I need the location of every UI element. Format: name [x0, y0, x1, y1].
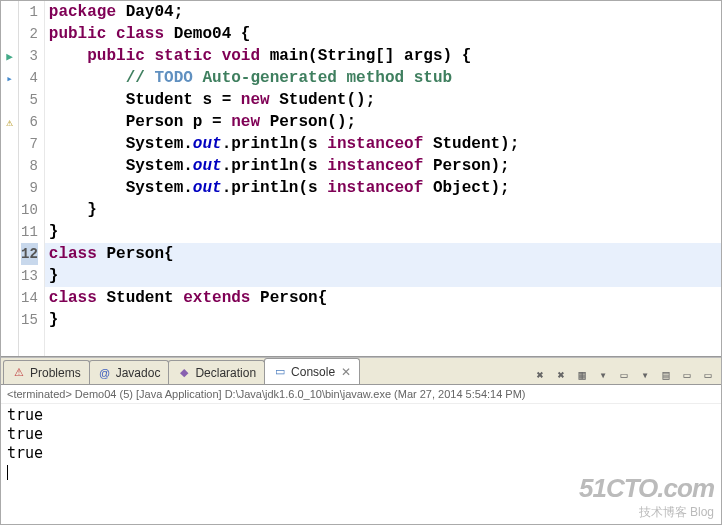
line-number: 3: [21, 45, 38, 67]
gutter-marker: [1, 89, 18, 111]
code-editor[interactable]: ▶▸⚠ 123456789101112131415 package Day04;…: [1, 1, 721, 357]
console-status-line: <terminated> Demo04 (5) [Java Applicatio…: [1, 385, 721, 404]
console-toolbar: ✖✖▦▾▭▾▤▭▭: [531, 366, 721, 384]
line-number: 12: [21, 243, 38, 265]
tab-label: Console: [291, 365, 335, 379]
code-line[interactable]: // TODO Auto-generated method stub: [45, 67, 721, 89]
code-line[interactable]: }: [45, 199, 721, 221]
line-number: 13: [21, 265, 38, 287]
views-tabbar: ⚠Problems@Javadoc◆Declaration▭Console✕✖✖…: [1, 357, 721, 385]
tab-declaration[interactable]: ◆Declaration: [168, 360, 265, 384]
gutter-marker: [1, 133, 18, 155]
gutter-marker: [1, 199, 18, 221]
toolbar-button-0[interactable]: ✖: [531, 366, 549, 384]
line-number: 2: [21, 23, 38, 45]
gutter-marker: [1, 177, 18, 199]
toolbar-button-7[interactable]: ▭: [678, 366, 696, 384]
line-number: 5: [21, 89, 38, 111]
gutter-marker: [1, 1, 18, 23]
console-cursor-line: [7, 463, 715, 482]
code-line[interactable]: System.out.println(s instanceof Person);: [45, 155, 721, 177]
code-line[interactable]: package Day04;: [45, 1, 721, 23]
line-number: 7: [21, 133, 38, 155]
problems-icon: ⚠: [12, 366, 26, 380]
line-number-column: 123456789101112131415: [19, 1, 45, 356]
javadoc-icon: @: [98, 366, 112, 380]
code-line[interactable]: Student s = new Student();: [45, 89, 721, 111]
toolbar-button-8[interactable]: ▭: [699, 366, 717, 384]
tab-console[interactable]: ▭Console✕: [264, 358, 360, 384]
warning-icon: ⚠: [1, 111, 18, 133]
code-line[interactable]: System.out.println(s instanceof Object);: [45, 177, 721, 199]
line-number: 6: [21, 111, 38, 133]
tab-label: Declaration: [195, 366, 256, 380]
code-line[interactable]: Person p = new Person();: [45, 111, 721, 133]
console-line: true: [7, 425, 715, 444]
gutter-marker: [1, 155, 18, 177]
close-icon[interactable]: ✕: [341, 365, 351, 379]
code-line[interactable]: public static void main(String[] args) {: [45, 45, 721, 67]
gutter-marker: [1, 287, 18, 309]
toolbar-button-5[interactable]: ▾: [636, 366, 654, 384]
toolbar-button-2[interactable]: ▦: [573, 366, 591, 384]
line-number: 1: [21, 1, 38, 23]
tab-problems[interactable]: ⚠Problems: [3, 360, 90, 384]
code-line[interactable]: class Person{: [45, 243, 721, 265]
line-number: 11: [21, 221, 38, 243]
tab-label: Problems: [30, 366, 81, 380]
line-number: 14: [21, 287, 38, 309]
console-line: true: [7, 444, 715, 463]
gutter-marker: [1, 309, 18, 331]
tab-javadoc[interactable]: @Javadoc: [89, 360, 170, 384]
line-number: 9: [21, 177, 38, 199]
line-number: 4: [21, 67, 38, 89]
gutter-marker: [1, 243, 18, 265]
declaration-icon: ◆: [177, 366, 191, 380]
console-line: true: [7, 406, 715, 425]
gutter-marker: [1, 265, 18, 287]
run-marker-icon: ▶: [1, 45, 18, 67]
toolbar-button-4[interactable]: ▭: [615, 366, 633, 384]
code-line[interactable]: }: [45, 221, 721, 243]
console-icon: ▭: [273, 365, 287, 379]
gutter-annotation-column: ▶▸⚠: [1, 1, 19, 356]
todo-marker-icon: ▸: [1, 67, 18, 89]
line-number: 10: [21, 199, 38, 221]
code-line[interactable]: }: [45, 265, 721, 287]
toolbar-button-6[interactable]: ▤: [657, 366, 675, 384]
console-output[interactable]: truetruetrue: [1, 404, 721, 484]
line-number: 8: [21, 155, 38, 177]
watermark-sub: 技术博客 Blog: [579, 504, 714, 521]
gutter-marker: [1, 221, 18, 243]
gutter-marker: [1, 23, 18, 45]
line-number: 15: [21, 309, 38, 331]
text-cursor: [7, 465, 8, 480]
code-line[interactable]: }: [45, 309, 721, 331]
code-area[interactable]: package Day04;public class Demo04 { publ…: [45, 1, 721, 356]
code-line[interactable]: System.out.println(s instanceof Student)…: [45, 133, 721, 155]
toolbar-button-1[interactable]: ✖: [552, 366, 570, 384]
tab-label: Javadoc: [116, 366, 161, 380]
code-line[interactable]: public class Demo04 {: [45, 23, 721, 45]
toolbar-button-3[interactable]: ▾: [594, 366, 612, 384]
code-line[interactable]: class Student extends Person{: [45, 287, 721, 309]
